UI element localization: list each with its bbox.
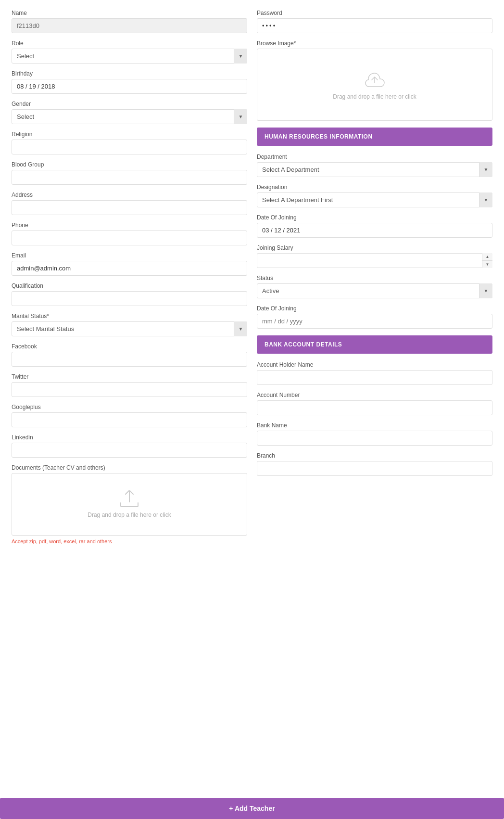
- salary-spinners: ▲ ▼: [482, 253, 492, 268]
- bank-name-label: Bank Name: [257, 422, 492, 429]
- qualification-label: Qualification: [12, 282, 247, 289]
- status-group: Status Active ▼: [257, 275, 492, 298]
- date-of-joining2-label: Date Of Joining: [257, 305, 492, 312]
- address-input[interactable]: [12, 200, 247, 215]
- gender-label: Gender: [12, 101, 247, 107]
- phone-label: Phone: [12, 222, 247, 229]
- date-of-joining-label: Date Of Joining: [257, 214, 492, 221]
- facebook-label: Facebook: [12, 343, 247, 350]
- marital-status-select[interactable]: Select Marital Status: [12, 321, 247, 336]
- account-holder-input[interactable]: [257, 370, 492, 385]
- phone-group: Phone: [12, 222, 247, 245]
- account-holder-label: Account Holder Name: [257, 361, 492, 368]
- status-label: Status: [257, 275, 492, 282]
- blood-group-label: Blood Group: [12, 161, 247, 168]
- designation-select[interactable]: Select A Department First: [257, 192, 492, 207]
- department-group: Department Select A Department ▼: [257, 154, 492, 177]
- birthday-input[interactable]: [12, 79, 247, 94]
- marital-status-label: Marital Status*: [12, 313, 247, 320]
- browse-image-box[interactable]: Drag and drop a file here or click: [257, 49, 492, 121]
- designation-select-wrapper: Select A Department First ▼: [257, 192, 492, 207]
- qualification-group: Qualification: [12, 282, 247, 306]
- religion-group: Religion: [12, 131, 247, 154]
- role-select[interactable]: Select: [12, 49, 247, 64]
- blood-group-input[interactable]: [12, 170, 247, 185]
- upload-cloud-icon: [363, 69, 387, 90]
- marital-status-select-wrapper: Select Marital Status ▼: [12, 321, 247, 336]
- gender-select[interactable]: Select: [12, 109, 247, 124]
- role-select-wrapper: Select ▼: [12, 49, 247, 64]
- role-label: Role: [12, 40, 247, 47]
- address-label: Address: [12, 192, 247, 198]
- date-of-joining-input[interactable]: [257, 223, 492, 238]
- documents-drag-text: Drag and drop a file here or click: [88, 512, 171, 518]
- password-label: Password: [257, 10, 492, 16]
- blood-group-group: Blood Group: [12, 161, 247, 185]
- linkedin-label: Linkedin: [12, 434, 247, 441]
- googleplus-input[interactable]: [12, 412, 247, 427]
- hr-section-header: HUMAN RESOURCES INFORMATION: [257, 128, 492, 146]
- department-label: Department: [257, 154, 492, 160]
- date-of-joining2-input[interactable]: [257, 314, 492, 329]
- googleplus-group: Googleplus: [12, 404, 247, 427]
- joining-salary-input[interactable]: [257, 253, 492, 268]
- branch-input[interactable]: [257, 461, 492, 476]
- gender-group: Gender Select ▼: [12, 101, 247, 124]
- twitter-group: Twitter: [12, 373, 247, 397]
- gender-select-wrapper: Select ▼: [12, 109, 247, 124]
- bank-section-header: BANK ACCOUNT DETAILS: [257, 335, 492, 354]
- twitter-label: Twitter: [12, 373, 247, 380]
- designation-label: Designation: [257, 184, 492, 191]
- documents-group: Documents (Teacher CV and others) Drag a…: [12, 464, 247, 544]
- name-display: f2113d0: [12, 18, 247, 33]
- documents-upload-box[interactable]: Drag and drop a file here or click: [12, 473, 247, 536]
- accept-text: Accept zip, pdf, word, excel, rar and ot…: [12, 538, 247, 544]
- salary-down-button[interactable]: ▼: [482, 261, 492, 268]
- upload-icon: [120, 490, 139, 508]
- account-number-input[interactable]: [257, 400, 492, 415]
- email-group: Email: [12, 252, 247, 276]
- qualification-input[interactable]: [12, 291, 247, 306]
- bank-name-input[interactable]: [257, 431, 492, 446]
- twitter-input[interactable]: [12, 382, 247, 397]
- religion-label: Religion: [12, 131, 247, 138]
- phone-input[interactable]: [12, 230, 247, 245]
- facebook-input[interactable]: [12, 352, 247, 367]
- designation-group: Designation Select A Department First ▼: [257, 184, 492, 207]
- status-select[interactable]: Active: [257, 283, 492, 298]
- account-holder-group: Account Holder Name: [257, 361, 492, 385]
- account-number-group: Account Number: [257, 392, 492, 415]
- account-number-label: Account Number: [257, 392, 492, 398]
- name-label: Name: [12, 10, 247, 16]
- email-label: Email: [12, 252, 247, 259]
- email-input[interactable]: [12, 261, 247, 276]
- status-select-wrapper: Active ▼: [257, 283, 492, 298]
- branch-label: Branch: [257, 452, 492, 459]
- joining-salary-wrapper: ▲ ▼: [257, 253, 492, 268]
- address-group: Address: [12, 192, 247, 215]
- marital-status-group: Marital Status* Select Marital Status ▼: [12, 313, 247, 336]
- date-of-joining2-group: Date Of Joining: [257, 305, 492, 329]
- page-container: Name f2113d0 Role Select ▼ Birthday Gend…: [0, 0, 504, 819]
- joining-salary-group: Joining Salary ▲ ▼: [257, 244, 492, 268]
- password-group: Password ••••: [257, 10, 492, 33]
- department-select[interactable]: Select A Department: [257, 162, 492, 177]
- linkedin-input[interactable]: [12, 443, 247, 458]
- birthday-label: Birthday: [12, 70, 247, 77]
- googleplus-label: Googleplus: [12, 404, 247, 410]
- documents-label: Documents (Teacher CV and others): [12, 464, 247, 471]
- department-select-wrapper: Select A Department ▼: [257, 162, 492, 177]
- joining-salary-label: Joining Salary: [257, 244, 492, 251]
- browse-image-group: Browse Image* Drag and drop a file here …: [257, 40, 492, 121]
- browse-drag-text: Drag and drop a file here or click: [333, 93, 416, 100]
- date-of-joining-group: Date Of Joining: [257, 214, 492, 238]
- role-group: Role Select ▼: [12, 40, 247, 64]
- birthday-group: Birthday: [12, 70, 247, 94]
- salary-up-button[interactable]: ▲: [482, 253, 492, 261]
- password-display: ••••: [257, 18, 492, 33]
- add-teacher-button[interactable]: + Add Teacher: [0, 798, 504, 819]
- facebook-group: Facebook: [12, 343, 247, 367]
- bank-name-group: Bank Name: [257, 422, 492, 446]
- browse-image-label: Browse Image*: [257, 40, 492, 47]
- religion-input[interactable]: [12, 140, 247, 154]
